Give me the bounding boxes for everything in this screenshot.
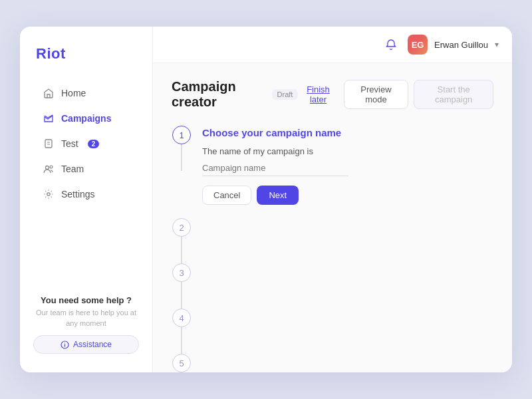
step-1-actions: Cancel Next <box>202 186 493 205</box>
step-2: 2 <box>172 218 493 263</box>
step-circle-5: 5 <box>172 354 191 372</box>
home-icon <box>43 87 55 99</box>
sidebar-label-team: Team <box>61 164 84 174</box>
sidebar-label-home: Home <box>61 88 86 98</box>
preview-mode-button[interactable]: Preview mode <box>344 80 409 109</box>
step-line-1 <box>181 144 182 171</box>
finish-later-button[interactable]: Finish later <box>298 84 338 104</box>
step-2-content <box>202 218 493 242</box>
help-title: You need some help ? <box>33 295 139 305</box>
step-4: 4 <box>172 309 493 354</box>
help-text: Our team is here to help you at any mome… <box>33 308 139 329</box>
sidebar-item-team[interactable]: Team <box>27 157 146 181</box>
sidebar-nav: Home Campaigns <box>20 81 152 285</box>
step-5: 5 <box>172 354 493 372</box>
step-4-left: 4 <box>172 309 192 354</box>
step-3-content <box>202 263 493 287</box>
stepper: 1 Choose your campaign name The name of … <box>172 126 493 372</box>
avatar-initials: EG <box>412 40 424 50</box>
topbar: EG Erwan Guillou ▾ <box>153 27 512 63</box>
page-title: Campaign creator <box>172 79 265 110</box>
step-line-4 <box>181 327 182 354</box>
next-button[interactable]: Next <box>257 186 299 205</box>
step-1-left: 1 <box>172 126 192 171</box>
avatar: EG <box>408 35 428 55</box>
sidebar-item-settings[interactable]: Settings <box>27 182 146 206</box>
username[interactable]: Erwan Guillou <box>434 40 488 50</box>
start-campaign-button[interactable]: Start the campaign <box>414 80 493 109</box>
page-header-right: Finish later Preview mode Start the camp… <box>298 80 493 109</box>
sidebar: Riot Home Ca <box>20 27 153 372</box>
main-content: EG Erwan Guillou ▾ Campaign creator Draf… <box>153 27 512 372</box>
sidebar-item-home[interactable]: Home <box>27 81 146 105</box>
step-1-content: Choose your campaign name The name of my… <box>202 126 493 218</box>
sidebar-help: You need some help ? Our team is here to… <box>20 285 152 359</box>
logo: Riot <box>20 45 152 81</box>
team-icon <box>43 163 55 175</box>
step-1-title: Choose your campaign name <box>202 127 493 138</box>
step-3: 3 <box>172 263 493 309</box>
step-line-3 <box>181 282 182 309</box>
page-header-left: Campaign creator Draft <box>172 79 298 110</box>
sidebar-item-test[interactable]: Test 2 <box>27 132 146 156</box>
step-2-left: 2 <box>172 218 192 263</box>
sidebar-item-campaigns[interactable]: Campaigns <box>27 106 146 130</box>
step-1: 1 Choose your campaign name The name of … <box>172 126 493 218</box>
notification-icon[interactable] <box>381 35 401 55</box>
step-circle-3: 3 <box>172 263 191 282</box>
step-circle-2: 2 <box>172 218 191 237</box>
test-badge: 2 <box>88 140 100 148</box>
campaign-name-input[interactable] <box>202 160 348 176</box>
svg-point-5 <box>47 193 50 196</box>
sidebar-label-settings: Settings <box>61 189 95 200</box>
step-4-content <box>202 309 493 332</box>
test-icon <box>43 138 55 150</box>
assistance-button[interactable]: Assistance <box>33 335 139 354</box>
svg-rect-0 <box>45 140 52 148</box>
step-circle-4: 4 <box>172 309 191 327</box>
step-5-left: 5 <box>172 354 192 372</box>
step-3-left: 3 <box>172 263 192 309</box>
campaigns-icon <box>43 112 55 124</box>
sidebar-label-test: Test <box>61 138 78 149</box>
step-5-content <box>202 354 493 372</box>
cancel-button[interactable]: Cancel <box>202 186 251 205</box>
content-area: Campaign creator Draft Finish later Prev… <box>153 63 512 372</box>
draft-badge: Draft <box>272 89 299 100</box>
svg-point-3 <box>46 166 49 170</box>
svg-point-4 <box>50 166 53 168</box>
info-icon <box>61 340 69 349</box>
settings-icon <box>43 188 55 200</box>
sidebar-label-campaigns: Campaigns <box>61 113 111 124</box>
step-line-2 <box>181 237 182 263</box>
app-container: Riot Home Ca <box>20 27 512 372</box>
page-header: Campaign creator Draft Finish later Prev… <box>172 79 493 110</box>
svg-point-8 <box>65 342 65 343</box>
step-circle-1: 1 <box>172 126 191 144</box>
chevron-down-icon[interactable]: ▾ <box>495 40 499 49</box>
step-1-label: The name of my campaign is <box>202 146 493 156</box>
